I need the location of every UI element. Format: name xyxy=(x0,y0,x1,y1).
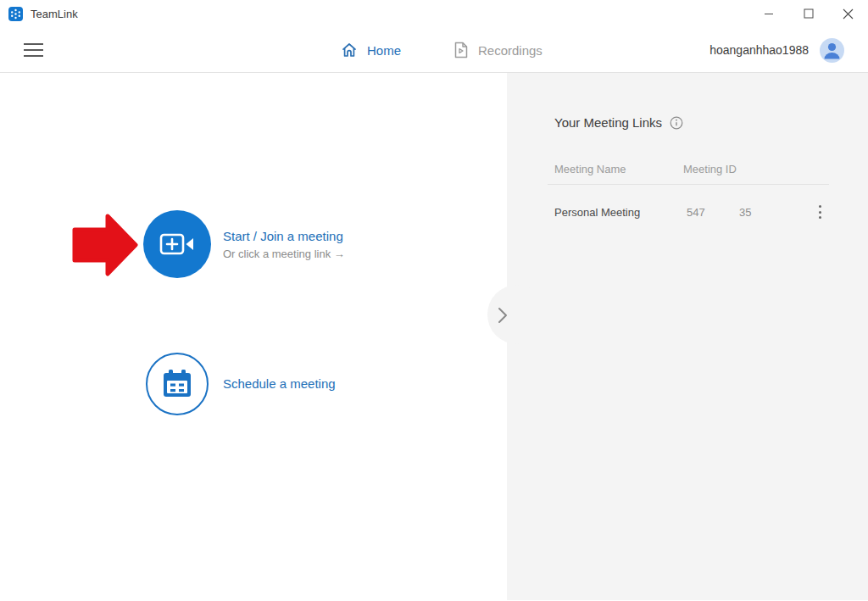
window-controls xyxy=(748,0,868,27)
teamlink-logo-dots xyxy=(10,8,21,19)
tab-recordings[interactable]: Recordings xyxy=(453,27,542,73)
home-icon xyxy=(341,42,358,58)
title-bar: TeamLink xyxy=(0,0,868,27)
teamlink-logo xyxy=(8,7,23,21)
panel-heading-row: Your Meeting Links xyxy=(554,115,683,130)
schedule-meeting-label[interactable]: Schedule a meeting xyxy=(223,376,336,391)
recordings-icon xyxy=(453,42,469,58)
username: hoanganhhao1988 xyxy=(709,43,809,57)
nav-bar: Home Recordings hoanganhhao1988 xyxy=(0,27,868,73)
column-header-meeting-id: Meeting ID xyxy=(683,163,737,175)
user-area: hoanganhhao1988 xyxy=(709,27,844,73)
maximize-icon xyxy=(804,8,814,19)
hamburger-menu-button[interactable] xyxy=(24,43,43,57)
main-content: Your Meeting Links Meeting Name Meeting … xyxy=(0,73,868,600)
start-join-meeting-subtitle: Or click a meeting link → xyxy=(223,248,345,260)
minimize-icon xyxy=(764,8,774,19)
calendar-icon xyxy=(162,370,192,398)
meeting-id-cell-part1: 547 xyxy=(687,206,705,219)
kebab-menu-icon xyxy=(819,205,821,208)
close-icon xyxy=(843,8,854,19)
schedule-meeting-button[interactable] xyxy=(146,353,209,415)
table-header-divider xyxy=(548,184,829,185)
tab-home[interactable]: Home xyxy=(341,27,401,73)
meeting-links-panel: Your Meeting Links Meeting Name Meeting … xyxy=(507,73,868,600)
start-join-meeting-label[interactable]: Start / Join a meeting xyxy=(223,229,343,243)
start-join-meeting-button[interactable] xyxy=(143,210,211,278)
panel-heading: Your Meeting Links xyxy=(554,115,662,130)
user-avatar[interactable] xyxy=(820,38,844,63)
column-header-meeting-name: Meeting Name xyxy=(554,163,626,175)
tab-recordings-label: Recordings xyxy=(478,43,542,58)
expand-chevron-icon[interactable] xyxy=(497,307,509,324)
maximize-button[interactable] xyxy=(788,0,828,27)
hamburger-menu-icon xyxy=(24,43,43,45)
tab-home-label: Home xyxy=(367,43,401,58)
avatar-icon xyxy=(820,38,844,63)
row-kebab-menu-button[interactable] xyxy=(814,205,826,219)
info-icon[interactable] xyxy=(670,116,683,130)
app-title: TeamLink xyxy=(31,8,78,20)
minimize-button[interactable] xyxy=(748,0,788,27)
red-annotation-arrow xyxy=(68,209,144,281)
video-camera-plus-icon xyxy=(159,231,195,257)
meeting-id-cell-part2: 35 xyxy=(739,206,751,219)
app-window: TeamLink xyxy=(0,0,868,601)
meeting-name-cell: Personal Meeting xyxy=(554,206,640,219)
close-button[interactable] xyxy=(828,0,868,27)
